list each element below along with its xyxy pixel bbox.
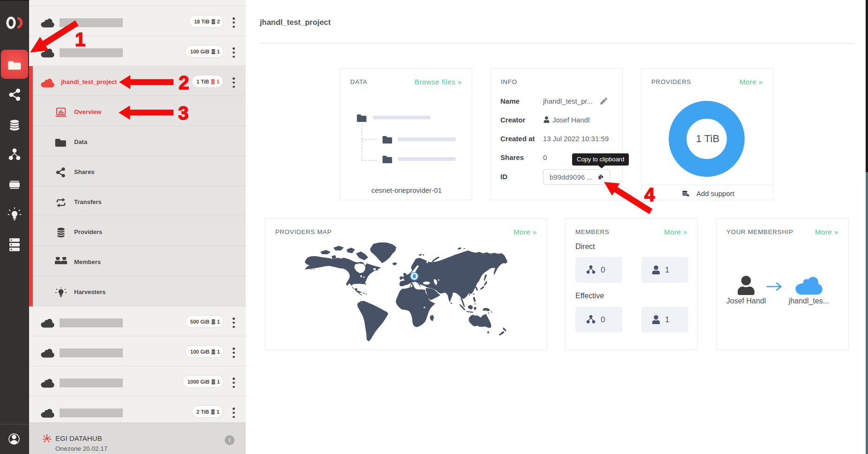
svg-text:a23e: a23e <box>12 184 17 187</box>
